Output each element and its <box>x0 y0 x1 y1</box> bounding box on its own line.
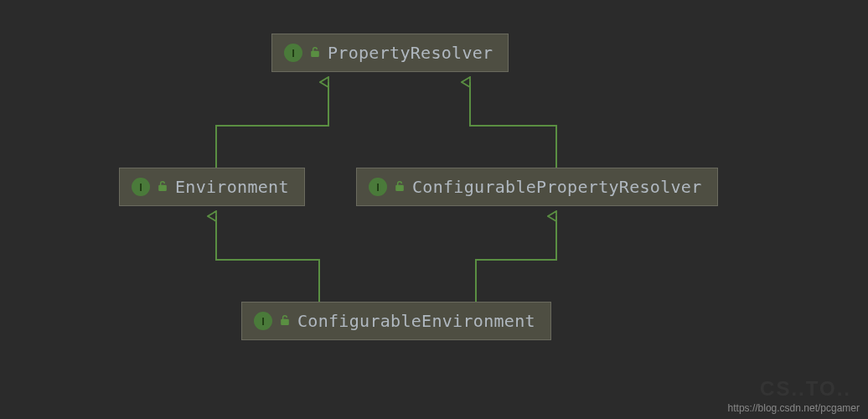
svg-rect-3 <box>282 319 288 324</box>
node-label: ConfigurableEnvironment <box>297 311 535 331</box>
node-configurable-environment[interactable]: I ConfigurableEnvironment <box>241 302 551 340</box>
unlock-icon <box>157 180 168 194</box>
interface-icon: I <box>254 312 272 330</box>
watermark-faint: CS..TO.. <box>760 377 851 401</box>
node-label: PropertyResolver <box>328 43 493 63</box>
svg-rect-0 <box>312 51 318 56</box>
node-configurable-property-resolver[interactable]: I ConfigurablePropertyResolver <box>356 168 718 206</box>
svg-rect-2 <box>396 185 403 190</box>
unlock-icon <box>309 46 321 60</box>
unlock-icon <box>279 314 291 328</box>
node-property-resolver[interactable]: I PropertyResolver <box>271 34 509 72</box>
svg-rect-1 <box>159 185 166 190</box>
interface-icon: I <box>369 178 387 196</box>
unlock-icon <box>394 180 406 194</box>
watermark-url: https://blog.csdn.net/pcgamer <box>728 402 860 414</box>
node-environment[interactable]: I Environment <box>119 168 305 206</box>
interface-icon: I <box>132 178 150 196</box>
node-label: Environment <box>175 177 289 197</box>
node-label: ConfigurablePropertyResolver <box>412 177 702 197</box>
interface-icon: I <box>284 44 302 62</box>
